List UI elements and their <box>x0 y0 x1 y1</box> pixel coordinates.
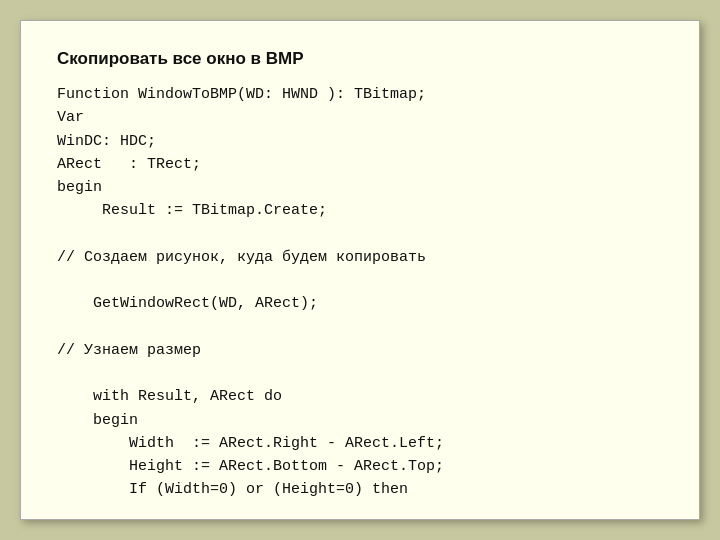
code-line <box>57 269 663 292</box>
code-line: Function WindowToBMP(WD: HWND ): TBitmap… <box>57 83 663 106</box>
code-line: ARect : TRect; <box>57 153 663 176</box>
code-line: begin <box>57 176 663 199</box>
code-line: Var <box>57 106 663 129</box>
code-line: GetWindowRect(WD, ARect); <box>57 292 663 315</box>
slide: Скопировать все окно в BMP Function Wind… <box>20 20 700 520</box>
code-line <box>57 223 663 246</box>
code-line: // Создаем рисунок, куда будем копироват… <box>57 246 663 269</box>
code-line: WinDC: HDC; <box>57 130 663 153</box>
code-line: Width := ARect.Right - ARect.Left; <box>57 432 663 455</box>
code-line: begin <box>57 409 663 432</box>
code-line <box>57 362 663 385</box>
slide-title: Скопировать все окно в BMP <box>57 49 663 69</box>
code-line: // Узнаем размер <box>57 339 663 362</box>
code-block: Function WindowToBMP(WD: HWND ): TBitmap… <box>57 83 663 502</box>
code-line: Height := ARect.Bottom - ARect.Top; <box>57 455 663 478</box>
code-line <box>57 316 663 339</box>
code-line: with Result, ARect do <box>57 385 663 408</box>
code-line: If (Width=0) or (Height=0) then <box>57 478 663 501</box>
code-line: Result := TBitmap.Create; <box>57 199 663 222</box>
